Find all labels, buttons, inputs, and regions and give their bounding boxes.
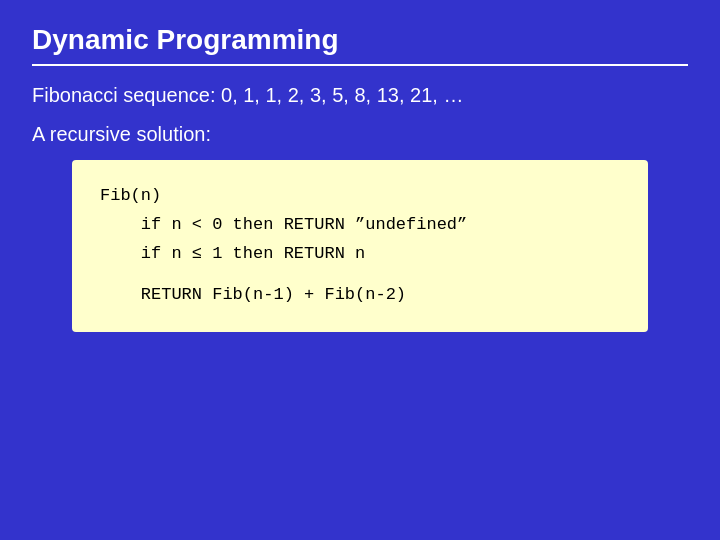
slide-title: Dynamic Programming xyxy=(32,24,688,66)
code-line-1: Fib(n) xyxy=(100,182,620,211)
code-block: Fib(n) if n < 0 then RETURN ”undefined” … xyxy=(72,160,648,332)
fibonacci-sequence: Fibonacci sequence: 0, 1, 1, 2, 3, 5, 8,… xyxy=(32,84,688,107)
recursive-solution-label: A recursive solution: xyxy=(32,123,688,146)
code-line-3: if n ≤ 1 then RETURN n xyxy=(100,240,620,269)
code-spacer xyxy=(100,269,620,281)
code-line-4: RETURN Fib(n-1) + Fib(n-2) xyxy=(100,281,620,310)
code-line-2: if n < 0 then RETURN ”undefined” xyxy=(100,211,620,240)
slide: Dynamic Programming Fibonacci sequence: … xyxy=(0,0,720,540)
